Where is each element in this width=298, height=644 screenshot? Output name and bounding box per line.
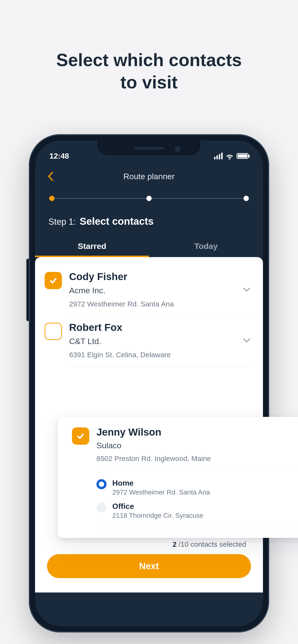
- contact-checkbox[interactable]: [45, 323, 62, 340]
- radio-selected-icon[interactable]: [96, 479, 106, 489]
- promo-title-line1: Select which contacts: [0, 49, 298, 72]
- contact-company: C&T Ltd.: [69, 336, 253, 346]
- device-notch: [97, 140, 201, 155]
- status-icons: [214, 152, 249, 160]
- contact-company: Sulaco: [96, 441, 298, 450]
- selected-count-total: /10 contacts selected: [177, 540, 246, 548]
- contact-address: 2972 Westheimer Rd. Santa Ana: [69, 300, 253, 308]
- address-option-home[interactable]: Home 2972 Westheimer Rd. Santa Ana: [96, 476, 298, 499]
- tab-today[interactable]: Today: [149, 237, 263, 257]
- contact-name: Robert Fox: [69, 322, 253, 333]
- address-options: Home 2972 Westheimer Rd. Santa Ana Offic…: [96, 476, 298, 528]
- progress-step-1: [49, 196, 54, 201]
- contact-name: Cody Fisher: [69, 271, 253, 282]
- nav-title: Route planner: [123, 172, 175, 181]
- progress-bar: [49, 196, 249, 201]
- contact-checkbox[interactable]: [72, 428, 89, 445]
- footer: 2 /10 contacts selected Next: [35, 533, 263, 592]
- step-label: Step 1:: [49, 217, 76, 227]
- next-button[interactable]: Next: [47, 554, 251, 578]
- selection-count: 2 /10 contacts selected: [47, 540, 251, 548]
- tabs: Starred Today: [35, 237, 263, 257]
- address-option-label: Office: [112, 502, 203, 511]
- back-button[interactable]: [47, 172, 54, 181]
- radio-unselected-icon[interactable]: [96, 502, 106, 512]
- selected-count-number: 2: [173, 540, 177, 548]
- step-title: Select contacts: [80, 216, 154, 227]
- contact-address: 8502 Preston Rd. Inglewood, Maine: [96, 454, 298, 469]
- address-option-office[interactable]: Office 2118 Thornridge Cir. Syracuse: [96, 499, 298, 522]
- chevron-down-icon[interactable]: [242, 285, 251, 295]
- promo-title: Select which contacts to visit: [0, 0, 298, 94]
- address-option-label: Home: [112, 479, 210, 488]
- address-option-detail: 2118 Thornridge Cir. Syracuse: [112, 512, 203, 520]
- phone-mockup: 12:48 Route planner Step 1:: [29, 134, 269, 632]
- nav-bar: Route planner: [35, 164, 263, 188]
- chevron-down-icon[interactable]: [242, 336, 251, 346]
- contact-name: Jenny Wilson: [96, 426, 298, 438]
- step-header: Step 1: Select contacts: [35, 201, 263, 237]
- tab-starred[interactable]: Starred: [35, 237, 149, 257]
- wifi-icon: [226, 152, 234, 160]
- progress-step-3: [244, 196, 249, 201]
- contact-address: 6391 Elgin St. Celina, Delaware: [69, 351, 253, 359]
- contact-company: Acme Inc.: [69, 286, 253, 295]
- contact-checkbox[interactable]: [45, 272, 62, 289]
- contact-card-expanded: Jenny Wilson Sulaco 8502 Preston Rd. Ing…: [58, 417, 298, 538]
- screen: 12:48 Route planner Step 1:: [35, 140, 263, 626]
- promo-title-line2: to visit: [0, 72, 298, 94]
- contact-row[interactable]: Robert Fox C&T Ltd. 6391 Elgin St. Celin…: [35, 316, 263, 366]
- address-option-detail: 2972 Westheimer Rd. Santa Ana: [112, 488, 210, 496]
- battery-icon: [237, 153, 249, 159]
- contact-row[interactable]: Cody Fisher Acme Inc. 2972 Westheimer Rd…: [35, 265, 263, 316]
- status-time: 12:48: [49, 152, 69, 160]
- progress-step-2: [146, 196, 152, 201]
- cellular-signal-icon: [214, 152, 223, 159]
